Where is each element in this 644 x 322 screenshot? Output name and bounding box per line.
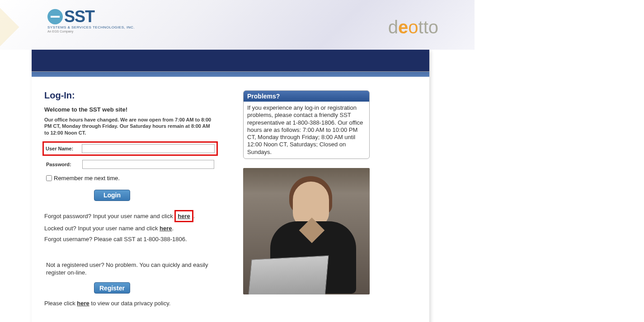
password-label: Password: [46, 162, 82, 167]
stock-image [243, 168, 370, 294]
privacy-post: to view our data privacy policy. [89, 300, 171, 307]
locked-out-link[interactable]: here [160, 225, 172, 232]
locked-out-line: Locked out? Input your user name and cli… [44, 224, 216, 233]
remember-checkbox[interactable] [46, 175, 52, 181]
privacy-pre: Please click [44, 300, 77, 307]
locked-pre: Locked out? Input your user name and cli… [44, 225, 160, 232]
login-button[interactable]: Login [94, 190, 130, 201]
forgot-password-post: . [193, 213, 195, 219]
forgot-password-link[interactable]: here [178, 213, 190, 219]
locked-post: . [172, 225, 174, 232]
info-column: Problems? If you experience any log-in o… [243, 90, 370, 307]
login-column: Log-In: Welcome to the SST web site! Our… [44, 90, 216, 307]
problems-body: If you experience any log-in or registra… [244, 102, 369, 159]
sst-logo-icon [47, 9, 63, 24]
partner-logo: deotto [388, 17, 438, 37]
register-button[interactable]: Register [94, 282, 130, 294]
sst-logo-sub1: SYSTEMS & SERVICES TECHNOLOGIES, INC. [47, 25, 135, 29]
nav-bar [32, 50, 429, 71]
forgot-password-pre: Forgot password? Input your user name an… [44, 213, 174, 219]
partner-tto: tto [418, 17, 438, 37]
privacy-link[interactable]: here [77, 300, 89, 307]
partner-d: d [388, 17, 398, 37]
login-title: Log-In: [44, 90, 216, 101]
remember-label: Remember me next time. [54, 175, 120, 182]
office-hours-text: Our office hours have changed. We are no… [44, 117, 216, 136]
main-panel: Log-In: Welcome to the SST web site! Our… [32, 50, 429, 322]
header-decoration [0, 8, 19, 47]
partner-e: e [398, 17, 408, 37]
page-header: SST SYSTEMS & SERVICES TECHNOLOGIES, INC… [0, 0, 475, 50]
remember-row: Remember me next time. [46, 175, 216, 182]
forgot-username-line: Forgot username? Please call SST at 1-80… [44, 235, 216, 244]
problems-header: Problems? [244, 91, 369, 102]
welcome-text: Welcome to the SST web site! [44, 106, 216, 113]
username-input[interactable] [82, 144, 215, 153]
password-input[interactable] [82, 160, 214, 169]
username-label: User Name: [46, 146, 82, 151]
forgot-password-line: Forgot password? Input your user name an… [44, 210, 216, 223]
password-row: Password: [44, 159, 216, 170]
sst-logo: SST SYSTEMS & SERVICES TECHNOLOGIES, INC… [47, 7, 135, 33]
privacy-line: Please click here to view our data priva… [44, 300, 216, 307]
partner-o: o [408, 17, 418, 37]
sst-logo-text: SST [64, 7, 94, 26]
sst-logo-sub2: An EGS Company [47, 30, 73, 33]
nav-thin-bar [32, 71, 429, 77]
username-row: User Name: [42, 141, 218, 156]
problems-box: Problems? If you experience any log-in o… [243, 90, 370, 159]
not-registered-text: Not a registered user? No problem. You c… [44, 261, 216, 277]
